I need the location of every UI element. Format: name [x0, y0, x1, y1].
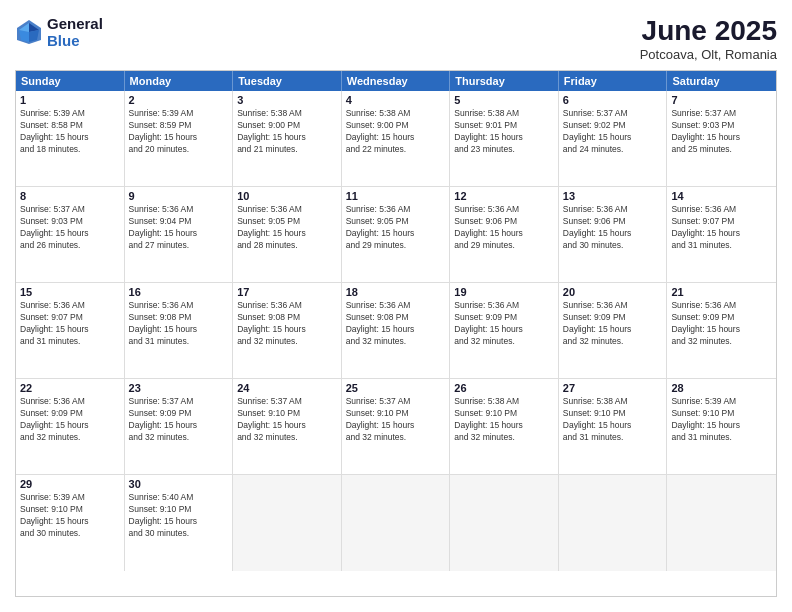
header-day-sunday: Sunday — [16, 71, 125, 91]
day-number: 26 — [454, 382, 554, 394]
header-day-saturday: Saturday — [667, 71, 776, 91]
calendar-header: SundayMondayTuesdayWednesdayThursdayFrid… — [16, 71, 776, 91]
day-number: 14 — [671, 190, 772, 202]
day-number: 4 — [346, 94, 446, 106]
day-info: Sunrise: 5:39 AM Sunset: 8:59 PM Dayligh… — [129, 108, 229, 156]
calendar-body: 1Sunrise: 5:39 AM Sunset: 8:58 PM Daylig… — [16, 91, 776, 571]
day-info: Sunrise: 5:36 AM Sunset: 9:08 PM Dayligh… — [129, 300, 229, 348]
calendar-day-12: 12Sunrise: 5:36 AM Sunset: 9:06 PM Dayli… — [450, 187, 559, 282]
day-info: Sunrise: 5:36 AM Sunset: 9:04 PM Dayligh… — [129, 204, 229, 252]
calendar-day-19: 19Sunrise: 5:36 AM Sunset: 9:09 PM Dayli… — [450, 283, 559, 378]
calendar-day-10: 10Sunrise: 5:36 AM Sunset: 9:05 PM Dayli… — [233, 187, 342, 282]
calendar-day-20: 20Sunrise: 5:36 AM Sunset: 9:09 PM Dayli… — [559, 283, 668, 378]
day-info: Sunrise: 5:37 AM Sunset: 9:02 PM Dayligh… — [563, 108, 663, 156]
day-info: Sunrise: 5:36 AM Sunset: 9:07 PM Dayligh… — [671, 204, 772, 252]
day-number: 5 — [454, 94, 554, 106]
day-number: 16 — [129, 286, 229, 298]
day-info: Sunrise: 5:36 AM Sunset: 9:06 PM Dayligh… — [563, 204, 663, 252]
day-info: Sunrise: 5:36 AM Sunset: 9:05 PM Dayligh… — [346, 204, 446, 252]
day-info: Sunrise: 5:40 AM Sunset: 9:10 PM Dayligh… — [129, 492, 229, 540]
calendar-week-3: 15Sunrise: 5:36 AM Sunset: 9:07 PM Dayli… — [16, 283, 776, 379]
day-number: 11 — [346, 190, 446, 202]
day-info: Sunrise: 5:36 AM Sunset: 9:09 PM Dayligh… — [563, 300, 663, 348]
month-title: June 2025 — [640, 15, 777, 47]
header-day-thursday: Thursday — [450, 71, 559, 91]
day-number: 17 — [237, 286, 337, 298]
day-info: Sunrise: 5:36 AM Sunset: 9:08 PM Dayligh… — [346, 300, 446, 348]
calendar-day-4: 4Sunrise: 5:38 AM Sunset: 9:00 PM Daylig… — [342, 91, 451, 186]
calendar-empty — [559, 475, 668, 571]
day-info: Sunrise: 5:37 AM Sunset: 9:03 PM Dayligh… — [20, 204, 120, 252]
day-info: Sunrise: 5:38 AM Sunset: 9:10 PM Dayligh… — [563, 396, 663, 444]
day-number: 29 — [20, 478, 120, 490]
day-info: Sunrise: 5:36 AM Sunset: 9:08 PM Dayligh… — [237, 300, 337, 348]
calendar-empty — [342, 475, 451, 571]
header-day-monday: Monday — [125, 71, 234, 91]
calendar-day-17: 17Sunrise: 5:36 AM Sunset: 9:08 PM Dayli… — [233, 283, 342, 378]
calendar-day-23: 23Sunrise: 5:37 AM Sunset: 9:09 PM Dayli… — [125, 379, 234, 474]
day-number: 20 — [563, 286, 663, 298]
day-number: 15 — [20, 286, 120, 298]
day-info: Sunrise: 5:36 AM Sunset: 9:05 PM Dayligh… — [237, 204, 337, 252]
day-number: 6 — [563, 94, 663, 106]
calendar-day-8: 8Sunrise: 5:37 AM Sunset: 9:03 PM Daylig… — [16, 187, 125, 282]
calendar-day-25: 25Sunrise: 5:37 AM Sunset: 9:10 PM Dayli… — [342, 379, 451, 474]
day-number: 1 — [20, 94, 120, 106]
day-info: Sunrise: 5:36 AM Sunset: 9:06 PM Dayligh… — [454, 204, 554, 252]
calendar-day-28: 28Sunrise: 5:39 AM Sunset: 9:10 PM Dayli… — [667, 379, 776, 474]
calendar-day-9: 9Sunrise: 5:36 AM Sunset: 9:04 PM Daylig… — [125, 187, 234, 282]
day-number: 22 — [20, 382, 120, 394]
calendar-day-29: 29Sunrise: 5:39 AM Sunset: 9:10 PM Dayli… — [16, 475, 125, 571]
day-number: 27 — [563, 382, 663, 394]
calendar: SundayMondayTuesdayWednesdayThursdayFrid… — [15, 70, 777, 597]
day-number: 9 — [129, 190, 229, 202]
location: Potcoava, Olt, Romania — [640, 47, 777, 62]
calendar-day-15: 15Sunrise: 5:36 AM Sunset: 9:07 PM Dayli… — [16, 283, 125, 378]
calendar-day-13: 13Sunrise: 5:36 AM Sunset: 9:06 PM Dayli… — [559, 187, 668, 282]
day-info: Sunrise: 5:37 AM Sunset: 9:10 PM Dayligh… — [237, 396, 337, 444]
calendar-day-30: 30Sunrise: 5:40 AM Sunset: 9:10 PM Dayli… — [125, 475, 234, 571]
day-number: 30 — [129, 478, 229, 490]
calendar-day-6: 6Sunrise: 5:37 AM Sunset: 9:02 PM Daylig… — [559, 91, 668, 186]
day-info: Sunrise: 5:37 AM Sunset: 9:03 PM Dayligh… — [671, 108, 772, 156]
day-info: Sunrise: 5:39 AM Sunset: 9:10 PM Dayligh… — [20, 492, 120, 540]
day-number: 21 — [671, 286, 772, 298]
day-info: Sunrise: 5:36 AM Sunset: 9:09 PM Dayligh… — [671, 300, 772, 348]
calendar-day-21: 21Sunrise: 5:36 AM Sunset: 9:09 PM Dayli… — [667, 283, 776, 378]
calendar-day-24: 24Sunrise: 5:37 AM Sunset: 9:10 PM Dayli… — [233, 379, 342, 474]
day-info: Sunrise: 5:37 AM Sunset: 9:09 PM Dayligh… — [129, 396, 229, 444]
calendar-week-4: 22Sunrise: 5:36 AM Sunset: 9:09 PM Dayli… — [16, 379, 776, 475]
calendar-week-2: 8Sunrise: 5:37 AM Sunset: 9:03 PM Daylig… — [16, 187, 776, 283]
logo: General Blue — [15, 15, 103, 49]
calendar-day-3: 3Sunrise: 5:38 AM Sunset: 9:00 PM Daylig… — [233, 91, 342, 186]
day-info: Sunrise: 5:38 AM Sunset: 9:01 PM Dayligh… — [454, 108, 554, 156]
calendar-day-14: 14Sunrise: 5:36 AM Sunset: 9:07 PM Dayli… — [667, 187, 776, 282]
day-info: Sunrise: 5:39 AM Sunset: 9:10 PM Dayligh… — [671, 396, 772, 444]
day-info: Sunrise: 5:36 AM Sunset: 9:07 PM Dayligh… — [20, 300, 120, 348]
calendar-day-11: 11Sunrise: 5:36 AM Sunset: 9:05 PM Dayli… — [342, 187, 451, 282]
day-number: 12 — [454, 190, 554, 202]
day-info: Sunrise: 5:37 AM Sunset: 9:10 PM Dayligh… — [346, 396, 446, 444]
header-day-tuesday: Tuesday — [233, 71, 342, 91]
calendar-empty — [667, 475, 776, 571]
day-number: 18 — [346, 286, 446, 298]
day-info: Sunrise: 5:38 AM Sunset: 9:00 PM Dayligh… — [346, 108, 446, 156]
day-number: 7 — [671, 94, 772, 106]
day-number: 2 — [129, 94, 229, 106]
calendar-week-1: 1Sunrise: 5:39 AM Sunset: 8:58 PM Daylig… — [16, 91, 776, 187]
calendar-day-7: 7Sunrise: 5:37 AM Sunset: 9:03 PM Daylig… — [667, 91, 776, 186]
header-day-friday: Friday — [559, 71, 668, 91]
day-info: Sunrise: 5:38 AM Sunset: 9:10 PM Dayligh… — [454, 396, 554, 444]
calendar-day-5: 5Sunrise: 5:38 AM Sunset: 9:01 PM Daylig… — [450, 91, 559, 186]
header-day-wednesday: Wednesday — [342, 71, 451, 91]
day-number: 24 — [237, 382, 337, 394]
day-number: 19 — [454, 286, 554, 298]
day-number: 25 — [346, 382, 446, 394]
day-info: Sunrise: 5:36 AM Sunset: 9:09 PM Dayligh… — [454, 300, 554, 348]
calendar-day-27: 27Sunrise: 5:38 AM Sunset: 9:10 PM Dayli… — [559, 379, 668, 474]
calendar-day-2: 2Sunrise: 5:39 AM Sunset: 8:59 PM Daylig… — [125, 91, 234, 186]
calendar-empty — [450, 475, 559, 571]
day-info: Sunrise: 5:36 AM Sunset: 9:09 PM Dayligh… — [20, 396, 120, 444]
calendar-day-18: 18Sunrise: 5:36 AM Sunset: 9:08 PM Dayli… — [342, 283, 451, 378]
calendar-day-22: 22Sunrise: 5:36 AM Sunset: 9:09 PM Dayli… — [16, 379, 125, 474]
